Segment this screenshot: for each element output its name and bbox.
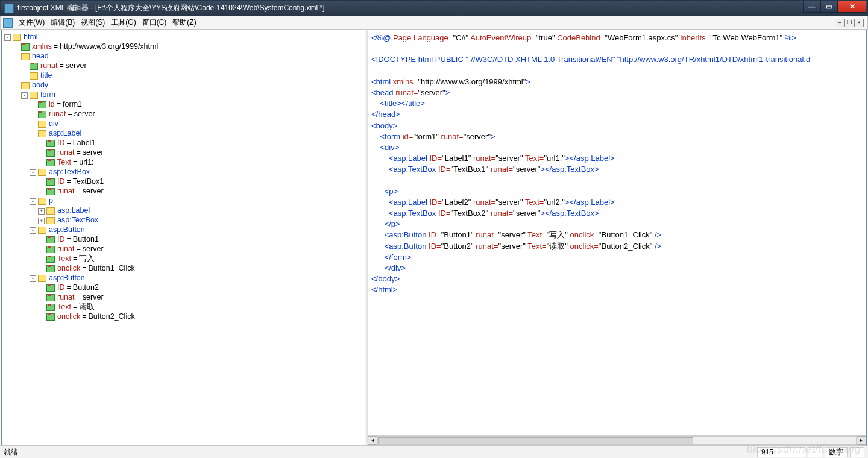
code-line[interactable]: <div> <box>371 142 863 153</box>
tree-toggle-icon[interactable]: - <box>13 54 19 60</box>
mdi-restore-button[interactable]: ❐ <box>844 19 854 27</box>
tree-toggle-icon[interactable]: + <box>38 218 45 224</box>
tree-attribute[interactable]: ID = Label1 <box>4 139 365 148</box>
code-line[interactable]: <html xmlns="http://www.w3.org/1999/xhtm… <box>371 77 863 87</box>
tree-element[interactable]: -form <box>4 90 365 100</box>
tree-attribute[interactable]: runat = server <box>4 61 365 71</box>
code-line[interactable]: <title></title> <box>371 98 863 109</box>
node-name: ID <box>57 138 65 149</box>
attribute-icon <box>38 101 46 108</box>
tree-attribute[interactable]: ID = Button2 <box>4 283 365 293</box>
node-name: runat <box>57 292 75 303</box>
menu-help[interactable]: 帮助(Z) <box>172 17 196 28</box>
tree-attribute[interactable]: ID = TextBox1 <box>4 177 365 187</box>
code-line[interactable]: </form> <box>371 252 863 263</box>
menu-edit[interactable]: 编辑(B) <box>51 17 75 28</box>
node-name: runat <box>57 244 75 255</box>
code-line[interactable]: <asp:Button ID="Button1" runat="server" … <box>371 230 863 240</box>
tree-attribute[interactable]: onclick = Button1_Click <box>4 264 365 274</box>
tree-attribute[interactable]: runat = server <box>4 110 365 119</box>
code-line[interactable] <box>371 175 863 186</box>
code-line[interactable]: <form id="form1" runat="server"> <box>371 131 863 142</box>
tree-pane[interactable]: -htmlxmlns = http://www.w3.org/1999/xhtm… <box>2 30 365 445</box>
horizontal-scrollbar[interactable]: ◂ ▸ <box>368 435 866 445</box>
menu-file[interactable]: 文件(W) <box>19 17 45 28</box>
tree-attribute[interactable]: Text = 读取 <box>4 303 365 312</box>
tree-attribute[interactable]: Text = url1: <box>4 158 365 168</box>
tree-toggle-icon[interactable]: - <box>30 227 36 234</box>
tree-attribute[interactable]: onclick = Button2_Click <box>4 312 365 322</box>
maximize-button[interactable]: ▭ <box>820 1 838 13</box>
code-line[interactable]: <asp:TextBox ID="TextBox1" runat="server… <box>371 164 863 175</box>
tree-element[interactable]: div <box>4 119 365 129</box>
tree-toggle-icon[interactable]: - <box>21 92 28 99</box>
tree-attribute[interactable]: runat = server <box>4 293 365 303</box>
attribute-icon <box>46 246 55 253</box>
tree-element[interactable]: -asp:Button <box>4 225 365 235</box>
code-line[interactable]: <asp:Label ID="Label2" runat="server" Te… <box>371 197 863 208</box>
mdi-minimize-button[interactable]: – <box>835 19 844 27</box>
scroll-thumb[interactable] <box>378 437 693 444</box>
attribute-icon <box>46 304 55 311</box>
tree-element[interactable]: -asp:Button <box>4 274 365 283</box>
node-name: ID <box>57 234 65 245</box>
node-value: server <box>83 244 104 255</box>
code-line[interactable]: </head> <box>371 109 863 120</box>
tree-attribute[interactable]: xmlns = http://www.w3.org/1999/xhtml <box>4 42 365 52</box>
code-line[interactable]: <body> <box>371 121 863 131</box>
statusbar: 就绪 915 数字 <box>0 445 868 458</box>
menu-tools[interactable]: 工具(G) <box>111 17 136 28</box>
code-line[interactable]: <!DOCTYPE html PUBLIC "-//W3C//DTD XHTML… <box>371 54 863 65</box>
tree-attribute[interactable]: Text = 写入 <box>4 254 365 264</box>
code-line[interactable]: <p> <box>371 186 863 197</box>
code-line[interactable]: </p> <box>371 219 863 230</box>
tree-element[interactable]: -body <box>4 81 365 90</box>
code-line[interactable] <box>371 43 863 54</box>
tree-toggle-icon[interactable]: - <box>4 34 11 41</box>
tree-attribute[interactable]: runat = server <box>4 148 365 158</box>
tree-toggle-icon[interactable]: - <box>30 131 36 137</box>
element-icon <box>46 217 55 224</box>
mdi-close-button[interactable]: × <box>854 19 864 27</box>
tree-element[interactable]: +asp:Label <box>4 206 365 216</box>
code-line[interactable]: <asp:Label ID="Label1" runat="server" Te… <box>371 153 863 164</box>
tree-element[interactable]: -p <box>4 196 365 206</box>
tree-toggle-icon[interactable]: - <box>30 198 36 205</box>
tree-toggle-icon[interactable]: - <box>30 169 36 176</box>
tree-toggle-icon[interactable]: - <box>13 83 19 89</box>
code-line[interactable]: </body> <box>371 274 863 284</box>
code-line[interactable]: </html> <box>371 284 863 295</box>
code-line[interactable]: <asp:Button ID="Button2" runat="server" … <box>371 241 863 252</box>
tree-element[interactable]: -asp:TextBox <box>4 168 365 177</box>
tree-attribute[interactable]: runat = server <box>4 187 365 196</box>
tree-element[interactable]: -head <box>4 52 365 61</box>
tree-toggle-icon[interactable]: - <box>30 275 36 282</box>
scroll-left-button[interactable]: ◂ <box>368 436 377 445</box>
node-name: p <box>49 196 53 207</box>
status-empty2 <box>850 447 864 457</box>
tree-element[interactable]: title <box>4 71 365 81</box>
scroll-right-button[interactable]: ▸ <box>857 436 866 445</box>
tree-element[interactable]: -asp:Label <box>4 129 365 139</box>
tree-attribute[interactable]: id = form1 <box>4 100 365 110</box>
menu-window[interactable]: 窗口(C) <box>142 17 167 28</box>
status-pos: 915 <box>757 447 805 457</box>
tree-attribute[interactable]: ID = Button1 <box>4 235 365 245</box>
tree-element[interactable]: -html <box>4 33 365 42</box>
code-line[interactable]: <%@ Page Language="C#" AutoEventWireup="… <box>371 33 863 43</box>
tree-element[interactable]: +asp:TextBox <box>4 216 365 225</box>
close-button[interactable]: ✕ <box>838 1 866 13</box>
menu-app-icon <box>3 18 13 28</box>
code-line[interactable]: <asp:TextBox ID="TextBox2" runat="server… <box>371 208 863 219</box>
code-pane[interactable]: <%@ Page Language="C#" AutoEventWireup="… <box>368 30 866 445</box>
menu-view[interactable]: 视图(S) <box>81 17 105 28</box>
tree-toggle-icon[interactable]: + <box>38 208 45 215</box>
code-line[interactable]: <head runat="server"> <box>371 87 863 98</box>
code-line[interactable]: </div> <box>371 263 863 274</box>
code-line[interactable] <box>371 66 863 77</box>
scroll-track[interactable] <box>377 436 857 445</box>
tree-attribute[interactable]: runat = server <box>4 245 365 254</box>
node-value: Label1 <box>73 138 96 149</box>
node-name: asp:TextBox <box>57 215 98 226</box>
minimize-button[interactable]: — <box>803 1 820 13</box>
